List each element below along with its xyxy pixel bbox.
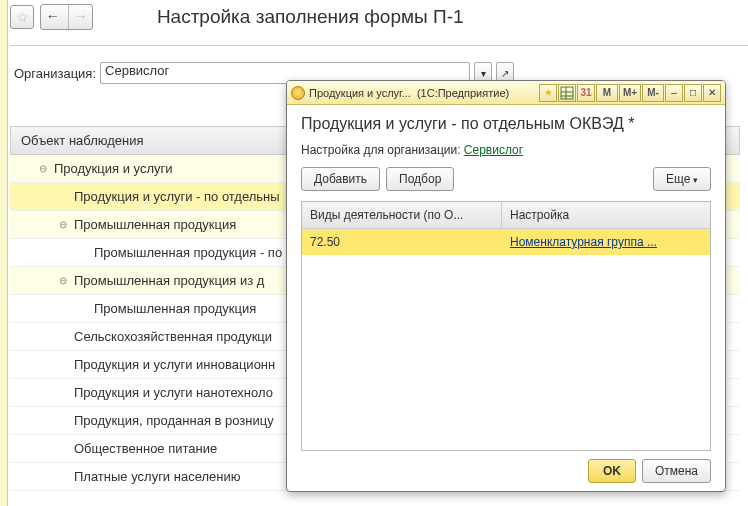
tree-row-label: Продукция и услуги - по отдельны <box>74 189 280 204</box>
memory-m-button[interactable]: M <box>596 84 618 102</box>
grid-cell-link[interactable]: Номенклатурная группа ... <box>502 229 710 255</box>
dialog-title-1: Продукция и услуг... <box>309 87 411 99</box>
tree-row-label: Общественное питание <box>74 441 217 456</box>
pick-button[interactable]: Подбор <box>386 167 454 191</box>
topbar: ☆ ← → Настройка заполнения формы П-1 <box>10 4 748 46</box>
titlebar-tool-buttons: ★ 31 M M+ M- – □ ✕ <box>539 84 721 102</box>
nav-back-button[interactable]: ← <box>41 5 65 29</box>
tree-row-label: Сельскохозяйственная продукци <box>74 329 272 344</box>
dialog-org-prefix: Настройка для организации: <box>301 143 464 157</box>
bookmark-button[interactable]: ☆ <box>10 5 34 29</box>
tree-row-label: Промышленная продукция - по <box>94 245 282 260</box>
close-button[interactable]: ✕ <box>703 84 721 102</box>
grid-cell-code: 72.50 <box>302 229 502 255</box>
grid-row[interactable]: 72.50 Номенклатурная группа ... <box>302 229 710 255</box>
nav-group: ← → <box>40 4 94 30</box>
tree-row-label: Продукция и услуги <box>54 161 172 176</box>
tree-row-label: Платные услуги населению <box>74 469 240 484</box>
ok-button[interactable]: OK <box>588 459 636 483</box>
more-button[interactable]: Еще <box>653 167 711 191</box>
org-label: Организация: <box>14 66 96 81</box>
dialog-toolbar: Добавить Подбор Еще <box>301 167 711 191</box>
dialog-okved: Продукция и услуг... (1С:Предприятие) ★ … <box>286 80 726 492</box>
tree-row-label: Промышленная продукция из д <box>74 273 264 288</box>
memory-mminus-button[interactable]: M- <box>642 84 664 102</box>
tree-row-label: Промышленная продукция <box>94 301 256 316</box>
grid-col-setting[interactable]: Настройка <box>502 202 710 228</box>
dialog-org-line: Настройка для организации: Сервислог <box>301 143 711 157</box>
memory-mplus-button[interactable]: M+ <box>619 84 641 102</box>
cancel-button[interactable]: Отмена <box>642 459 711 483</box>
app-1c-icon <box>291 86 305 100</box>
dialog-heading: Продукция и услуги - по отдельным ОКВЭД … <box>301 115 711 133</box>
dialog-body: Продукция и услуги - по отдельным ОКВЭД … <box>287 105 725 491</box>
calendar-icon[interactable]: 31 <box>577 84 595 102</box>
dialog-titlebar: Продукция и услуг... (1С:Предприятие) ★ … <box>287 81 725 105</box>
tree-expander-icon[interactable]: ⊖ <box>38 163 48 174</box>
grid-rows: 72.50 Номенклатурная группа ... <box>302 229 710 450</box>
tree-expander-icon[interactable]: ⊖ <box>58 275 68 286</box>
favorite-icon[interactable]: ★ <box>539 84 557 102</box>
maximize-button[interactable]: □ <box>684 84 702 102</box>
nav-forward-button[interactable]: → <box>68 5 92 29</box>
svg-rect-0 <box>561 87 573 99</box>
dialog-org-link[interactable]: Сервислог <box>464 143 523 157</box>
tree-expander-icon[interactable]: ⊖ <box>58 219 68 230</box>
dialog-title-2: (1С:Предприятие) <box>417 87 509 99</box>
page-title: Настройка заполнения формы П-1 <box>157 6 464 28</box>
app-left-stripe <box>0 0 8 506</box>
dialog-footer: OK Отмена <box>301 451 711 483</box>
add-button[interactable]: Добавить <box>301 167 380 191</box>
grid-header: Виды деятельности (по О... Настройка <box>302 202 710 229</box>
tree-row-label: Промышленная продукция <box>74 217 236 232</box>
tree-row-label: Продукция и услуги инновационн <box>74 357 275 372</box>
table-icon[interactable] <box>558 84 576 102</box>
tree-row-label: Продукция, проданная в розницу <box>74 413 274 428</box>
minimize-button[interactable]: – <box>665 84 683 102</box>
okved-grid: Виды деятельности (по О... Настройка 72.… <box>301 201 711 451</box>
tree-row-label: Продукция и услуги нанотехноло <box>74 385 273 400</box>
grid-col-activity[interactable]: Виды деятельности (по О... <box>302 202 502 228</box>
